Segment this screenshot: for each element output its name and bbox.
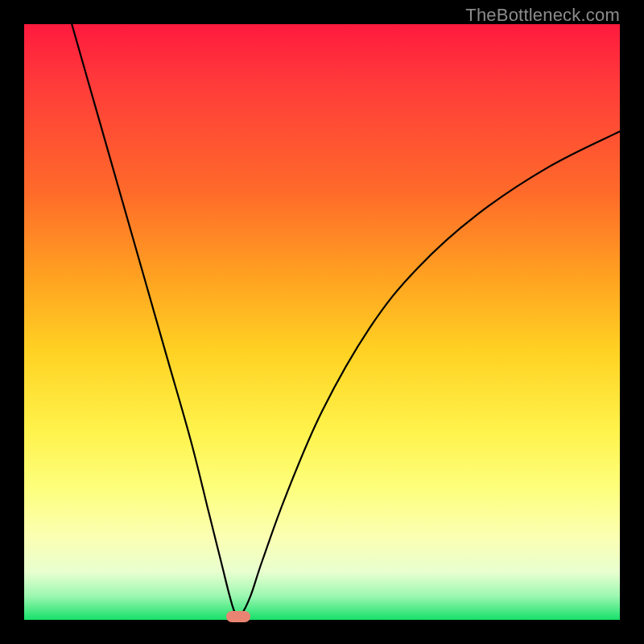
curve-layer	[24, 24, 620, 620]
vertex-marker	[226, 611, 250, 622]
watermark-text: TheBottleneck.com	[465, 5, 620, 26]
bottleneck-curve	[72, 24, 620, 617]
chart-frame: TheBottleneck.com	[0, 0, 644, 644]
plot-area	[24, 24, 620, 620]
